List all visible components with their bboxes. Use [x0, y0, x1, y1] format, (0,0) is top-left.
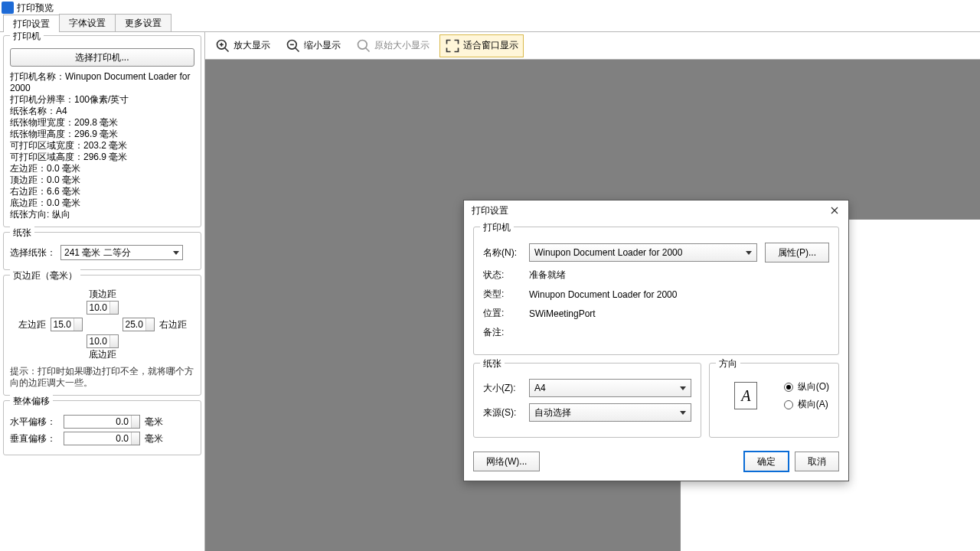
tab-font-settings[interactable]: 字体设置 [59, 14, 116, 31]
margin-top-stepper[interactable]: 10.0 [87, 301, 119, 315]
dialog-type-value: Winupon Document Loader for 2000 [529, 289, 677, 300]
radio-checked-icon [784, 383, 793, 392]
dialog-paper-group: 纸张 大小(Z): A4 来源(S): 自动选择 [473, 363, 701, 438]
dialog-comment-label: 备注: [483, 326, 529, 339]
zoom-in-button[interactable]: 放大显示 [210, 34, 276, 57]
window-title: 打印预览 [17, 2, 54, 15]
margin-top-label: 顶边距 [89, 288, 116, 301]
margin-right-label: 右边距 [159, 318, 187, 331]
dialog-title: 打印设置 [472, 204, 508, 217]
settings-sidebar: 打印机 选择打印机... 打印机名称：Winupon Document Load… [0, 32, 205, 551]
svg-point-7 [358, 40, 368, 49]
close-icon [831, 207, 838, 214]
print-setup-dialog: 打印设置 打印机 名称(N): Winupon Document Loader … [463, 200, 849, 481]
dialog-close-button[interactable] [825, 203, 844, 218]
dialog-orientation-group: 方向 A 纵向(O) 横向(A) [709, 363, 839, 438]
paper-size-combo[interactable]: A4 [529, 379, 691, 397]
offset-v-unit: 毫米 [145, 432, 163, 445]
bottom-margin-line: 底边距：0.0 毫米 [10, 197, 194, 209]
dialog-status-value: 准备就绪 [529, 269, 566, 282]
offset-group: 整体偏移 水平偏移： 0.0 毫米 垂直偏移： 0.0 毫米 [3, 400, 201, 455]
paper-name-line: 纸张名称：A4 [10, 106, 194, 117]
fit-icon [445, 38, 460, 54]
offset-h-unit: 毫米 [145, 416, 163, 429]
orientation-icon: A [734, 382, 757, 409]
dialog-title-bar[interactable]: 打印设置 [464, 201, 848, 220]
tab-print-settings[interactable]: 打印设置 [3, 15, 60, 32]
svg-line-8 [366, 47, 370, 51]
dialog-where-value: SWiMeetingPort [529, 308, 596, 319]
dialog-status-label: 状态: [483, 269, 529, 282]
offset-group-title: 整体偏移 [10, 395, 53, 408]
dialog-printer-group: 打印机 名称(N): Winupon Document Loader for 2… [473, 227, 839, 355]
preview-toolbar: 放大显示 缩小显示 原始大小显示 适合窗口显示 [205, 32, 980, 60]
print-h-line: 可打印区域高度：296.9 毫米 [10, 152, 194, 163]
print-w-line: 可打印区域宽度：203.2 毫米 [10, 140, 194, 152]
zoom-100-button[interactable]: 原始大小显示 [351, 34, 435, 57]
paper-select-combo[interactable]: 241 毫米 二等分 [60, 245, 183, 260]
dialog-where-label: 位置: [483, 307, 529, 320]
right-margin-line: 右边距：6.6 毫米 [10, 186, 194, 197]
cancel-button[interactable]: 取消 [795, 452, 839, 471]
landscape-radio[interactable]: 横向(A) [784, 398, 829, 411]
portrait-radio[interactable]: 纵向(O) [784, 380, 829, 393]
margin-left-label: 左边距 [18, 318, 46, 331]
top-margin-line: 顶边距：0.0 毫米 [10, 174, 194, 186]
dialog-printer-group-title: 打印机 [480, 221, 514, 234]
margins-group-title: 页边距（毫米） [10, 269, 80, 282]
paper-select-label: 选择纸张： [10, 246, 56, 259]
phys-w-line: 纸张物理宽度：209.8 毫米 [10, 117, 194, 129]
app-icon [2, 2, 14, 14]
margin-left-stepper[interactable]: 15.0 [51, 318, 83, 331]
zoom-out-icon [286, 38, 301, 54]
title-bar: 打印预览 [0, 0, 980, 15]
tab-strip: 打印设置 字体设置 更多设置 [0, 15, 980, 32]
svg-line-5 [296, 47, 299, 51]
paper-source-combo[interactable]: 自动选择 [529, 403, 691, 422]
paper-group: 纸张 选择纸张： 241 毫米 二等分 [3, 232, 201, 270]
zoom-out-button[interactable]: 缩小显示 [280, 34, 346, 57]
dialog-size-label: 大小(Z): [483, 382, 529, 395]
zoom-100-icon [356, 38, 371, 54]
margins-hint: 提示：打印时如果哪边打印不全，就将哪个方向的边距调大一些。 [10, 366, 194, 389]
margin-bottom-stepper[interactable]: 10.0 [87, 334, 119, 348]
ok-button[interactable]: 确定 [744, 452, 789, 471]
printer-group: 打印机 选择打印机... 打印机名称：Winupon Document Load… [3, 35, 201, 227]
select-printer-button[interactable]: 选择打印机... [10, 48, 194, 67]
printer-name-combo[interactable]: Winupon Document Loader for 2000 [529, 243, 757, 262]
left-margin-line: 左边距：0.0 毫米 [10, 163, 194, 174]
fit-window-button[interactable]: 适合窗口显示 [439, 34, 524, 57]
dialog-type-label: 类型: [483, 288, 529, 301]
phys-h-line: 纸张物理高度：296.9 毫米 [10, 129, 194, 140]
tab-more-settings[interactable]: 更多设置 [115, 14, 172, 31]
margin-bottom-label: 底边距 [89, 348, 116, 361]
offset-h-label: 水平偏移： [10, 416, 64, 429]
zoom-in-icon [215, 38, 230, 54]
offset-v-stepper[interactable]: 0.0 [64, 432, 140, 445]
dialog-source-label: 来源(S): [483, 406, 529, 419]
paper-group-title: 纸张 [10, 227, 34, 240]
offset-h-stepper[interactable]: 0.0 [64, 415, 140, 429]
margin-right-stepper[interactable]: 25.0 [122, 318, 155, 331]
printer-res-line: 打印机分辨率：100像素/英寸 [10, 94, 194, 106]
radio-unchecked-icon [784, 400, 793, 409]
svg-line-1 [225, 47, 229, 51]
orient-line: 纸张方向: 纵向 [10, 209, 194, 220]
margins-group: 页边距（毫米） 顶边距 10.0 左边距 15.0 25.0 右边距 10.0 … [3, 275, 201, 396]
printer-name-line: 打印机名称：Winupon Document Loader for 2000 [10, 71, 194, 94]
printer-group-title: 打印机 [10, 32, 44, 43]
offset-v-label: 垂直偏移： [10, 432, 64, 445]
dialog-paper-group-title: 纸张 [480, 357, 505, 370]
properties-button[interactable]: 属性(P)... [765, 243, 829, 262]
dialog-name-label: 名称(N): [483, 246, 529, 259]
dialog-orientation-group-title: 方向 [716, 357, 740, 370]
network-button[interactable]: 网络(W)... [473, 452, 540, 471]
